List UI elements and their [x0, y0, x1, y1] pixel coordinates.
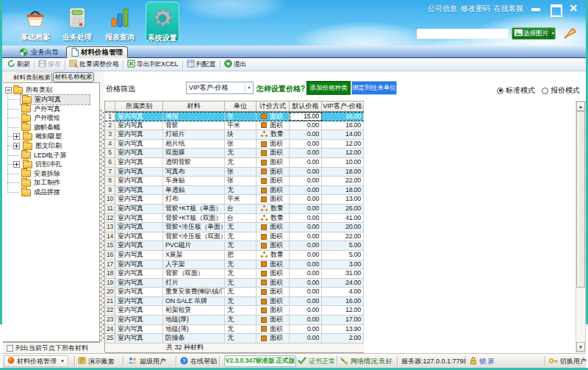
- table-cell[interactable]: 室内写真: [115, 223, 163, 232]
- link-online-service[interactable]: 在线客服: [494, 4, 523, 14]
- table-cell[interactable]: 室内写真: [115, 325, 163, 334]
- row-number-cell[interactable]: 9: [105, 186, 115, 195]
- status-network[interactable]: 网络情况:良好: [340, 354, 392, 369]
- table-cell[interactable]: 背胶（双面）: [163, 269, 225, 278]
- table-cell[interactable]: 0.00: [290, 325, 322, 334]
- table-cell[interactable]: 0.00: [290, 251, 322, 260]
- table-cell[interactable]: 面积: [257, 195, 290, 204]
- table-row[interactable]: 25室内写真防撞条无面积0.002.00: [105, 334, 364, 344]
- table-row[interactable]: 21室内写真ON SALE 吊牌无面积0.0016.00: [105, 297, 364, 307]
- table-cell[interactable]: 台: [225, 214, 257, 223]
- status-online-help[interactable]: ? 在线帮助: [180, 354, 217, 369]
- table-cell[interactable]: 面积: [257, 288, 290, 296]
- table-cell[interactable]: 无: [225, 232, 257, 241]
- table-cell[interactable]: 室内写真: [115, 232, 163, 241]
- row-number-cell[interactable]: 2: [105, 121, 115, 130]
- table-row[interactable]: 15室内写真PVC磁片无面积0.005.00: [105, 241, 364, 251]
- table-cell[interactable]: 数量: [257, 251, 290, 260]
- table-row[interactable]: 2室内写真背胶平米面积0.0016.00: [105, 121, 364, 131]
- column-header[interactable]: 单位: [225, 102, 257, 111]
- table-cell[interactable]: 桁架租赁: [163, 306, 225, 315]
- row-number-cell[interactable]: 17: [105, 260, 115, 269]
- table-cell[interactable]: 0.00: [290, 288, 322, 296]
- table-cell[interactable]: 13.90: [322, 325, 364, 334]
- table-cell[interactable]: 室内写真: [115, 279, 163, 288]
- table-cell[interactable]: 室内写真: [115, 121, 163, 130]
- table-cell[interactable]: 无: [225, 306, 257, 315]
- table-cell[interactable]: 背胶+KT板（双面）: [163, 214, 225, 223]
- table-cell[interactable]: 室内写真: [115, 334, 163, 343]
- table-cell[interactable]: 海报: [163, 113, 225, 121]
- table-cell[interactable]: 背胶+冷压板（单面）: [163, 223, 225, 232]
- table-row[interactable]: 9室内写真单透贴无面积0.0018.00: [105, 186, 364, 196]
- table-cell[interactable]: 面积: [257, 121, 290, 130]
- list-all-materials-option[interactable]: 列出当前节点下所有材料: [3, 342, 100, 353]
- table-cell[interactable]: 灯片: [163, 279, 225, 288]
- row-number-cell[interactable]: 5: [105, 149, 115, 157]
- refresh-button[interactable]: 刷新: [5, 60, 32, 70]
- row-number-cell[interactable]: 15: [105, 241, 115, 250]
- expand-icon[interactable]: [13, 161, 20, 168]
- expand-icon[interactable]: [13, 133, 20, 140]
- table-cell[interactable]: 室内写真: [115, 195, 163, 204]
- table-cell[interactable]: 无: [225, 260, 257, 269]
- table-cell[interactable]: 面积: [257, 316, 290, 324]
- table-cell[interactable]: 0.00: [290, 269, 322, 278]
- table-cell[interactable]: 张: [225, 113, 257, 121]
- expand-icon[interactable]: [13, 143, 20, 149]
- column-config-button[interactable]: 列配置: [184, 60, 218, 70]
- table-cell[interactable]: 0.00: [290, 168, 322, 177]
- menu-item-business[interactable]: 业务处理: [60, 1, 94, 42]
- scrollbar-thumb[interactable]: [576, 111, 585, 288]
- column-header[interactable]: 所属类别: [115, 102, 163, 111]
- table-cell[interactable]: ON SALE 吊牌: [163, 297, 225, 306]
- menu-item-reports[interactable]: 报表查询: [103, 1, 137, 42]
- table-cell[interactable]: 面积: [257, 269, 290, 278]
- table-cell[interactable]: 室内写真: [115, 113, 163, 121]
- tree-item-1[interactable]: 室内写真: [20, 95, 90, 104]
- row-number-cell[interactable]: 12: [105, 214, 115, 223]
- table-cell[interactable]: 人字架: [163, 260, 225, 269]
- table-cell[interactable]: 室内写真: [115, 168, 163, 177]
- column-header[interactable]: 计价方式: [257, 102, 290, 111]
- table-cell[interactable]: 无: [225, 241, 257, 250]
- table-cell[interactable]: 数量: [257, 130, 290, 139]
- table-cell[interactable]: 背胶+KT板（单面）: [163, 204, 225, 213]
- table-cell[interactable]: 平米: [225, 195, 257, 204]
- table-cell[interactable]: 室内写真: [115, 306, 163, 315]
- table-row[interactable]: 18室内写真背胶（双面）无面积0.0031.00: [105, 269, 364, 279]
- table-cell[interactable]: 面积: [257, 168, 290, 177]
- table-cell[interactable]: 无: [225, 334, 257, 343]
- table-cell[interactable]: 无: [225, 288, 257, 296]
- table-cell[interactable]: 面积: [257, 149, 290, 157]
- table-row[interactable]: 3室内写真灯箱片块数量0.0014.00: [105, 130, 364, 140]
- tree-item-10[interactable]: 加工制作: [20, 178, 62, 188]
- table-cell[interactable]: 5.00: [322, 241, 364, 250]
- row-number-cell[interactable]: 22: [105, 306, 115, 315]
- column-header[interactable]: 材料: [163, 102, 225, 111]
- table-cell[interactable]: 面积: [257, 334, 290, 343]
- table-cell[interactable]: 16.00: [322, 121, 364, 130]
- add-price-type-button[interactable]: 添加价格种类: [306, 81, 351, 95]
- status-switch-user[interactable]: 切换用户: [549, 354, 587, 369]
- table-row[interactable]: 19室内写真灯片无面积0.0024.00: [105, 279, 364, 288]
- scroll-up-button[interactable]: ▲: [576, 102, 585, 111]
- status-account[interactable]: 演示账套: [78, 354, 115, 369]
- table-cell[interactable]: 室内写真: [115, 241, 163, 250]
- tree-item-5[interactable]: 雕刻吸塑: [13, 132, 63, 141]
- horn-icon[interactable]: [563, 26, 578, 41]
- table-cell[interactable]: 室内写真: [115, 297, 163, 306]
- collapse-icon[interactable]: [5, 87, 12, 93]
- row-number-cell[interactable]: 7: [105, 168, 115, 177]
- table-cell[interactable]: 无: [225, 158, 257, 167]
- table-cell[interactable]: 面积: [257, 325, 290, 334]
- table-row[interactable]: 8室内写真车身贴张面积0.0022.00: [105, 177, 364, 186]
- table-cell[interactable]: 0.00: [290, 204, 322, 213]
- status-user[interactable]: 超级用户: [128, 354, 166, 369]
- image-path-input[interactable]: [417, 29, 509, 39]
- table-cell[interactable]: 0.00: [290, 130, 322, 139]
- table-cell[interactable]: 0.00: [290, 195, 322, 204]
- table-cell[interactable]: 26.00: [322, 204, 364, 213]
- menu-item-system-settings[interactable]: 系统设置: [146, 1, 179, 42]
- table-row[interactable]: 23室内写真地毯(厚)无面积0.0017.00: [105, 316, 364, 325]
